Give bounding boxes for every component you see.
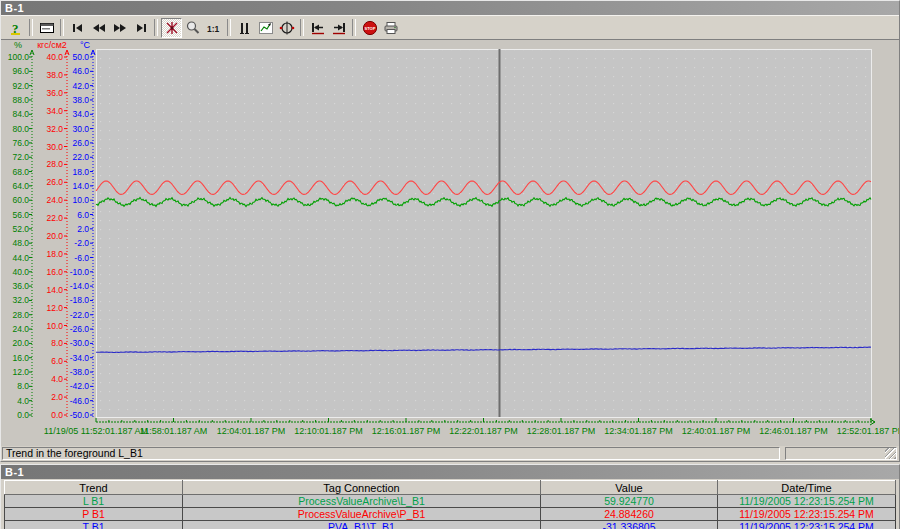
svg-text:28.0: 28.0 [46,159,63,169]
svg-text:80.0: 80.0 [12,124,29,134]
zoom-area-icon [164,20,180,36]
svg-text:-30.0: -30.0 [70,338,90,348]
table-row[interactable]: L B1ProcessValueArchive\L_B159.92477011/… [5,495,896,508]
table-row[interactable]: P B1ProcessValueArchive\P_B124.88426011/… [5,508,896,521]
svg-text:24.0: 24.0 [12,324,29,334]
svg-text:14.0: 14.0 [72,181,89,191]
svg-text:46.0: 46.0 [72,66,89,76]
trend-cell: T B1 [5,521,183,529]
svg-text:-26.0: -26.0 [70,324,90,334]
svg-text:20.0: 20.0 [46,231,63,241]
svg-text:52.0: 52.0 [12,224,29,234]
svg-text:26.0: 26.0 [46,177,63,187]
svg-text:12:46:01.187 PM: 12:46:01.187 PM [759,426,828,436]
status-bar: Trend in the foreground L_B1 [1,446,899,461]
svg-text:4.0: 4.0 [51,374,63,384]
table-column-header[interactable]: Date/Time [718,481,896,495]
fast-forward-button[interactable] [109,18,130,38]
value-cell: -31.336805 [541,521,718,529]
print-button[interactable] [380,18,401,38]
svg-text:96.0: 96.0 [12,66,29,76]
table-row[interactable]: T B1PVA_B1\T_B1-31.33680511/19/2005 12:2… [5,521,896,529]
svg-text:%: % [14,40,22,50]
first-record-button[interactable] [67,18,88,38]
svg-text:кгс/см2: кгс/см2 [37,40,67,50]
svg-text:-18.0: -18.0 [70,295,90,305]
toolbar-separator [154,19,158,36]
datetime-cell: 11/19/2005 12:23:15.254 PM [718,495,896,508]
move-axis-left-button[interactable] [307,18,328,38]
svg-text:-10.0: -10.0 [70,267,90,277]
svg-text:12:52:01.187 PM: 12:52:01.187 PM [837,426,899,436]
svg-text:16.0: 16.0 [12,353,29,363]
resize-grip[interactable] [885,448,896,459]
svg-text:38.0: 38.0 [46,70,63,80]
fast-backward-button[interactable] [88,18,109,38]
toolbar-separator [29,19,33,36]
svg-text:20.0: 20.0 [12,338,29,348]
toolbar-separator [352,19,356,36]
time-axis: 11/19/05 11:52:01.187 AM11:58:01.187 AM1… [44,418,899,436]
chart-area: %100.096.092.088.084.080.076.072.068.064… [1,40,899,446]
last-record-button[interactable] [130,18,151,38]
svg-text:24.0: 24.0 [46,195,63,205]
svg-text:34.0: 34.0 [72,109,89,119]
original-view-button[interactable]: 1:1 [203,18,224,38]
svg-text:40.0: 40.0 [12,267,29,277]
status-text-panel: Trend in the foreground L_B1 [2,447,780,460]
table-window: B-1 TrendTag ConnectionValueDate/Time L … [0,464,900,529]
table-column-header[interactable]: Trend [5,481,183,495]
set-point-button[interactable] [276,18,297,38]
plot-area[interactable] [97,50,872,418]
value-cell: 24.884260 [541,508,718,521]
ruler-button[interactable] [234,18,255,38]
svg-text:8.0: 8.0 [51,338,63,348]
zoom-area-button[interactable] [161,18,182,38]
svg-text:36.0: 36.0 [12,281,29,291]
table-wrap: TrendTag ConnectionValueDate/Time L B1Pr… [1,479,899,529]
table-column-header[interactable]: Value [541,481,718,495]
toolbar-separator [300,19,304,36]
toolbar-separator [227,19,231,36]
svg-text:36.0: 36.0 [46,88,63,98]
svg-text:10.0: 10.0 [46,321,63,331]
table-column-header[interactable]: Tag Connection [183,481,541,495]
magnify-button[interactable] [182,18,203,38]
fast-backward-icon [91,20,107,36]
svg-text:18.0: 18.0 [72,167,89,177]
svg-text:-50.0: -50.0 [70,410,90,420]
stop-update-button[interactable]: STOP [359,18,380,38]
trend-table: TrendTag ConnectionValueDate/Time L B1Pr… [4,480,896,529]
svg-text:11/19/05 11:52:01.187 AM: 11/19/05 11:52:01.187 AM [44,426,148,436]
svg-text:42.0: 42.0 [72,81,89,91]
svg-text:12.0: 12.0 [46,303,63,313]
magnify-icon [185,20,201,36]
help-button[interactable]: ? [5,18,26,38]
trend-cell: P B1 [5,508,183,521]
table-titlebar[interactable]: B-1 [1,465,899,479]
titlebar[interactable]: B-1 [1,1,899,15]
properties-dialog-button[interactable] [36,18,57,38]
first-record-icon [70,20,86,36]
set-point-icon [279,20,295,36]
svg-text:32.0: 32.0 [12,295,29,305]
svg-text:-14.0: -14.0 [70,281,90,291]
trend-chart[interactable]: %100.096.092.088.084.080.076.072.068.064… [1,40,899,446]
svg-text:2.0: 2.0 [51,392,63,402]
trend-cell: L B1 [5,495,183,508]
svg-text:-46.0: -46.0 [70,396,90,406]
svg-text:12:34:01.187 PM: 12:34:01.187 PM [604,426,673,436]
move-axis-right-button[interactable] [328,18,349,38]
svg-text:68.0: 68.0 [12,167,29,177]
svg-text:56.0: 56.0 [12,210,29,220]
table-header-row: TrendTag ConnectionValueDate/Time [5,481,896,495]
datetime-cell: 11/19/2005 12:23:15.254 PM [718,508,896,521]
select-trend-icon [258,20,274,36]
svg-text:12.0: 12.0 [12,367,29,377]
select-trend-button[interactable] [255,18,276,38]
svg-text:12:16:01.187 PM: 12:16:01.187 PM [372,426,441,436]
last-record-icon [133,20,149,36]
svg-text:-38.0: -38.0 [70,367,90,377]
svg-text:11:58:01.187 AM: 11:58:01.187 AM [140,426,207,436]
status-text: Trend in the foreground L_B1 [6,447,143,459]
